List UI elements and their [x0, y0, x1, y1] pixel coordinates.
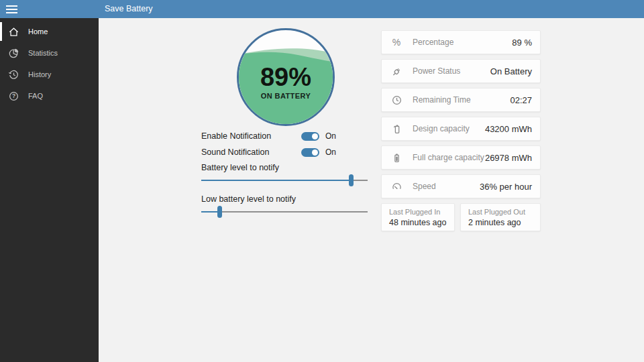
gauge-percent: 89% — [260, 64, 311, 90]
clock-icon — [390, 94, 402, 106]
sound-notification-toggle[interactable] — [301, 148, 319, 157]
remaining-time-card: Remaining Time 02:27 — [381, 88, 541, 112]
battery-gauge: 89% ON BATTERY — [237, 28, 335, 126]
slider-fill — [201, 180, 351, 181]
low-battery-level-slider[interactable] — [201, 206, 368, 218]
speed-card: Speed 36% per hour — [381, 174, 541, 198]
battery-level-slider[interactable] — [201, 174, 368, 186]
low-battery-level-label-row: Low battery level to notify — [201, 194, 369, 204]
full-charge-capacity-card: Full charge capacity 26978 mWh — [381, 145, 541, 170]
battery-design-icon — [390, 123, 402, 135]
card-label: Design capacity — [413, 124, 470, 133]
sidebar-item-label: FAQ — [28, 92, 43, 100]
statistics-icon — [8, 48, 19, 59]
card-label: Speed — [413, 182, 436, 191]
sidebar-item-faq[interactable]: ? FAQ — [0, 85, 99, 107]
sidebar-item-label: Home — [28, 27, 48, 36]
active-indicator — [0, 22, 2, 41]
sidebar: Home Statistics History — [0, 18, 99, 362]
card-label: Power Status — [413, 66, 460, 76]
mini-card-value: 2 minutes ago — [468, 218, 533, 227]
battery-level-label-row: Battery level to notify — [201, 162, 369, 173]
last-plugged-out-card: Last Plugged Out 2 minutes ago — [460, 203, 541, 231]
design-capacity-card: Design capacity 43200 mWh — [381, 117, 541, 141]
card-value: 26978 mWh — [485, 153, 532, 163]
last-plugged-in-card: Last Plugged In 48 minutes ago — [381, 203, 455, 231]
app-window: Save Battery Home Statistics — [0, 0, 644, 362]
faq-icon: ? — [8, 90, 19, 102]
card-label: Remaining Time — [413, 95, 471, 105]
speedometer-icon — [390, 180, 402, 192]
mini-card-value: 48 minutes ago — [389, 218, 447, 227]
history-icon — [8, 69, 19, 80]
card-label: Percentage — [413, 38, 453, 47]
sidebar-item-home[interactable]: Home — [0, 21, 99, 42]
svg-text:?: ? — [12, 93, 15, 99]
mini-card-label: Last Plugged In — [389, 208, 447, 216]
gauge-text: 89% ON BATTERY — [239, 30, 333, 124]
card-value: On Battery — [490, 66, 532, 76]
titlebar: Save Battery — [0, 0, 644, 18]
percentage-card: % Percentage 89 % — [381, 30, 541, 54]
slider-thumb[interactable] — [217, 206, 222, 218]
battery-level-label: Battery level to notify — [201, 163, 279, 172]
battery-full-icon — [390, 152, 402, 164]
card-value: 89 % — [512, 38, 532, 48]
percent-icon: % — [390, 36, 402, 48]
home-icon — [8, 26, 19, 38]
low-battery-level-label: Low battery level to notify — [201, 194, 296, 204]
card-label: Full charge capacity — [413, 153, 484, 162]
card-value: 36% per hour — [480, 182, 532, 192]
power-status-card: Power Status On Battery — [381, 59, 541, 83]
hamburger-icon[interactable] — [0, 0, 23, 18]
mini-card-label: Last Plugged Out — [468, 208, 533, 216]
sound-notification-row: Sound Notification On — [201, 147, 369, 158]
toggle-knob — [312, 149, 318, 156]
sidebar-item-statistics[interactable]: Statistics — [0, 42, 99, 64]
sidebar-item-label: History — [28, 70, 51, 78]
toggle-knob — [312, 133, 318, 139]
gauge-status: ON BATTERY — [261, 92, 311, 100]
app-title: Save Battery — [105, 0, 153, 18]
plug-icon — [390, 65, 402, 77]
slider-track[interactable] — [201, 211, 368, 213]
active-indicator — [0, 86, 2, 105]
slider-thumb[interactable] — [349, 174, 354, 186]
enable-notification-state: On — [325, 131, 336, 141]
sound-notification-state: On — [325, 147, 336, 157]
enable-notification-label: Enable Notification — [201, 131, 271, 141]
card-value: 02:27 — [510, 95, 532, 105]
active-indicator — [0, 44, 2, 62]
sidebar-item-label: Statistics — [28, 49, 58, 57]
enable-notification-toggle[interactable] — [301, 132, 319, 141]
sound-notification-label: Sound Notification — [201, 147, 269, 157]
active-indicator — [0, 65, 2, 84]
card-value: 43200 mWh — [485, 124, 532, 134]
enable-notification-row: Enable Notification On — [201, 131, 369, 141]
sidebar-item-history[interactable]: History — [0, 64, 99, 85]
